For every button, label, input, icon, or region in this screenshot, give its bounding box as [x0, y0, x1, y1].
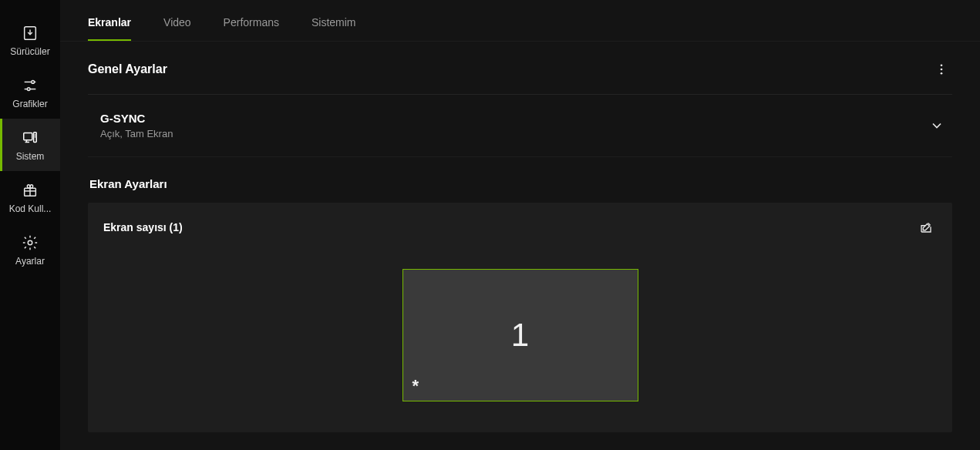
sidebar-item-settings[interactable]: Ayarlar [0, 223, 60, 276]
tab-displays[interactable]: Ekranlar [88, 16, 131, 41]
display-settings-title: Ekran Ayarları [89, 177, 952, 190]
more-options-button[interactable] [931, 59, 952, 80]
more-vertical-icon [935, 62, 948, 76]
tabs-bar: Ekranlar Video Performans Sistemim [60, 0, 980, 42]
sidebar-item-drivers[interactable]: Sürücüler [0, 14, 60, 66]
tab-performance[interactable]: Performans [224, 16, 279, 41]
display-count-panel: Ekran sayısı (1) [88, 203, 952, 432]
gsync-subtitle: Açık, Tam Ekran [100, 128, 173, 139]
sidebar-item-label: Ayarlar [15, 256, 45, 267]
monitor-1[interactable]: 1 * [402, 269, 638, 401]
svg-point-2 [27, 88, 30, 91]
general-settings-title: Genel Ayarlar [88, 62, 167, 76]
display-count-title: Ekran sayısı (1) [103, 221, 183, 233]
monitor-number: 1 [511, 317, 529, 354]
gsync-row[interactable]: G-SYNC Açık, Tam Ekran [88, 95, 952, 157]
svg-point-9 [941, 72, 943, 75]
chevron-down-icon [929, 118, 945, 133]
sidebar-item-label: Grafikler [12, 99, 47, 109]
sidebar: Sürücüler Grafikler Sistem [0, 0, 60, 450]
sliders-icon [22, 77, 39, 94]
system-icon [22, 129, 39, 146]
svg-rect-3 [24, 133, 32, 140]
sidebar-item-label: Kod Kull... [9, 203, 52, 214]
tab-my-system[interactable]: Sistemim [312, 16, 356, 41]
svg-point-1 [32, 81, 35, 84]
sidebar-item-label: Sürücüler [10, 46, 49, 57]
edit-icon [919, 220, 933, 234]
primary-monitor-marker: * [413, 376, 419, 396]
gift-icon [22, 182, 39, 199]
gear-icon [22, 234, 39, 251]
download-icon [22, 25, 39, 42]
sidebar-item-system[interactable]: Sistem [0, 119, 60, 171]
svg-point-7 [941, 64, 943, 66]
tab-video[interactable]: Video [163, 16, 191, 41]
svg-point-6 [28, 240, 32, 245]
sidebar-item-label: Sistem [16, 151, 45, 162]
sidebar-item-redeem[interactable]: Kod Kull... [0, 171, 60, 223]
sidebar-item-graphics[interactable]: Grafikler [0, 66, 60, 119]
edit-displays-button[interactable] [915, 217, 937, 238]
svg-point-8 [941, 69, 943, 71]
gsync-title: G-SYNC [100, 112, 173, 125]
main-content: Ekranlar Video Performans Sistemim Genel… [60, 0, 980, 450]
